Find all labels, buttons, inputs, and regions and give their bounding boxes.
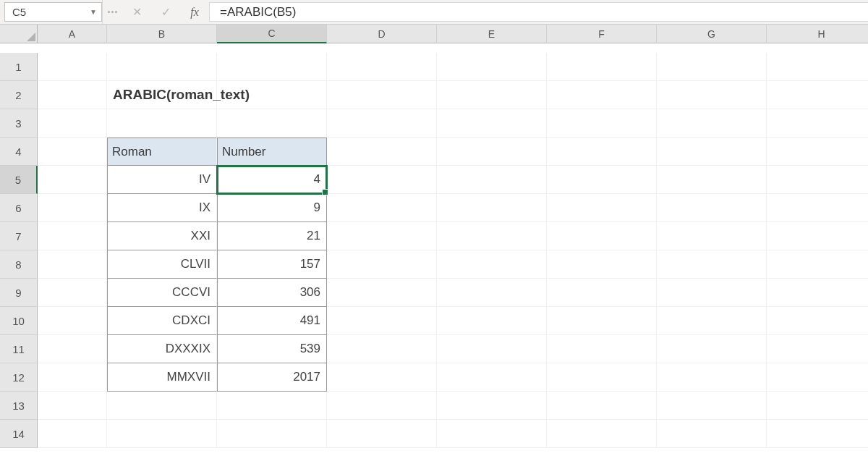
cell-G2[interactable] — [657, 81, 767, 109]
cell-D8[interactable] — [327, 250, 437, 279]
cell-A2[interactable] — [38, 81, 107, 109]
cell-H9[interactable] — [767, 279, 868, 307]
cell-A13[interactable] — [38, 392, 107, 420]
cell-H13[interactable] — [767, 392, 868, 420]
cell-E6[interactable] — [437, 194, 547, 222]
row-header-4[interactable]: 4 — [0, 138, 38, 166]
cell-C10[interactable]: 491 — [217, 307, 327, 335]
cell-C3[interactable] — [217, 109, 327, 138]
cell-D10[interactable] — [327, 307, 437, 335]
cell-F11[interactable] — [547, 335, 657, 363]
cell-G3[interactable] — [657, 109, 767, 138]
cell-E4[interactable] — [437, 138, 547, 166]
cell-G13[interactable] — [657, 392, 767, 420]
cell-C9[interactable]: 306 — [217, 279, 327, 307]
cell-G6[interactable] — [657, 194, 767, 222]
col-header-F[interactable]: F — [547, 25, 657, 43]
cell-C14[interactable] — [217, 420, 327, 448]
fx-icon[interactable]: fx — [180, 0, 209, 24]
cell-E11[interactable] — [437, 335, 547, 363]
row-header-9[interactable]: 9 — [0, 279, 38, 307]
cell-B10[interactable]: CDXCI — [107, 307, 217, 335]
cell-A10[interactable] — [38, 307, 107, 335]
cell-H8[interactable] — [767, 250, 868, 279]
cell-H10[interactable] — [767, 307, 868, 335]
cell-A7[interactable] — [38, 222, 107, 250]
cell-E12[interactable] — [437, 363, 547, 392]
row-header-11[interactable]: 11 — [0, 335, 38, 363]
cell-F14[interactable] — [547, 420, 657, 448]
cell-F4[interactable] — [547, 138, 657, 166]
cell-E5[interactable] — [437, 166, 547, 194]
cell-G8[interactable] — [657, 250, 767, 279]
cell-F3[interactable] — [547, 109, 657, 138]
cell-E7[interactable] — [437, 222, 547, 250]
cell-B3[interactable] — [107, 109, 217, 138]
table-header-roman[interactable]: Roman — [107, 138, 217, 166]
cell-B13[interactable] — [107, 392, 217, 420]
row-header-7[interactable]: 7 — [0, 222, 38, 250]
cell-A9[interactable] — [38, 279, 107, 307]
cell-C11[interactable]: 539 — [217, 335, 327, 363]
cell-G7[interactable] — [657, 222, 767, 250]
cell-H12[interactable] — [767, 363, 868, 392]
cell-F9[interactable] — [547, 279, 657, 307]
row-header-1[interactable]: 1 — [0, 53, 38, 81]
select-all-corner[interactable] — [0, 25, 38, 43]
cell-E10[interactable] — [437, 307, 547, 335]
cell-D14[interactable] — [327, 420, 437, 448]
cell-C2[interactable] — [217, 81, 327, 109]
col-header-D[interactable]: D — [327, 25, 437, 43]
cell-A4[interactable] — [38, 138, 107, 166]
cell-A1[interactable] — [38, 53, 107, 81]
cell-C12[interactable]: 2017 — [217, 363, 327, 392]
cell-E2[interactable] — [437, 81, 547, 109]
cell-A6[interactable] — [38, 194, 107, 222]
cell-D13[interactable] — [327, 392, 437, 420]
row-header-6[interactable]: 6 — [0, 194, 38, 222]
cell-D12[interactable] — [327, 363, 437, 392]
cell-C8[interactable]: 157 — [217, 250, 327, 279]
col-header-G[interactable]: G — [657, 25, 767, 43]
formula-input[interactable]: =ARABIC(B5) — [209, 2, 868, 22]
row-header-10[interactable]: 10 — [0, 307, 38, 335]
col-header-H[interactable]: H — [767, 25, 868, 43]
cell-A14[interactable] — [38, 420, 107, 448]
cell-H3[interactable] — [767, 109, 868, 138]
cell-B11[interactable]: DXXXIX — [107, 335, 217, 363]
cell-F1[interactable] — [547, 53, 657, 81]
cell-D5[interactable] — [327, 166, 437, 194]
cell-A8[interactable] — [38, 250, 107, 279]
cell-F12[interactable] — [547, 363, 657, 392]
row-header-3[interactable]: 3 — [0, 109, 38, 138]
cell-D3[interactable] — [327, 109, 437, 138]
cell-B9[interactable]: CCCVI — [107, 279, 217, 307]
col-header-A[interactable]: A — [38, 25, 107, 43]
cell-A5[interactable] — [38, 166, 107, 194]
row-header-14[interactable]: 14 — [0, 420, 38, 448]
cell-C13[interactable] — [217, 392, 327, 420]
cell-C5[interactable]: 4 — [217, 166, 327, 194]
cell-D2[interactable] — [327, 81, 437, 109]
cell-G1[interactable] — [657, 53, 767, 81]
cell-H11[interactable] — [767, 335, 868, 363]
name-box[interactable]: C5 ▼ — [4, 2, 102, 22]
row-header-2[interactable]: 2 — [0, 81, 38, 109]
cell-D7[interactable] — [327, 222, 437, 250]
row-header-8[interactable]: 8 — [0, 250, 38, 279]
cell-A12[interactable] — [38, 363, 107, 392]
cell-A3[interactable] — [38, 109, 107, 138]
col-header-B[interactable]: B — [107, 25, 217, 43]
cell-G10[interactable] — [657, 307, 767, 335]
row-header-5[interactable]: 5 — [0, 166, 38, 194]
cell-F13[interactable] — [547, 392, 657, 420]
row-header-12[interactable]: 12 — [0, 363, 38, 392]
cell-D9[interactable] — [327, 279, 437, 307]
cancel-icon[interactable]: ✕ — [122, 0, 151, 24]
cell-B14[interactable] — [107, 420, 217, 448]
cell-H7[interactable] — [767, 222, 868, 250]
cell-B8[interactable]: CLVII — [107, 250, 217, 279]
cell-H2[interactable] — [767, 81, 868, 109]
cell-G9[interactable] — [657, 279, 767, 307]
cell-G14[interactable] — [657, 420, 767, 448]
